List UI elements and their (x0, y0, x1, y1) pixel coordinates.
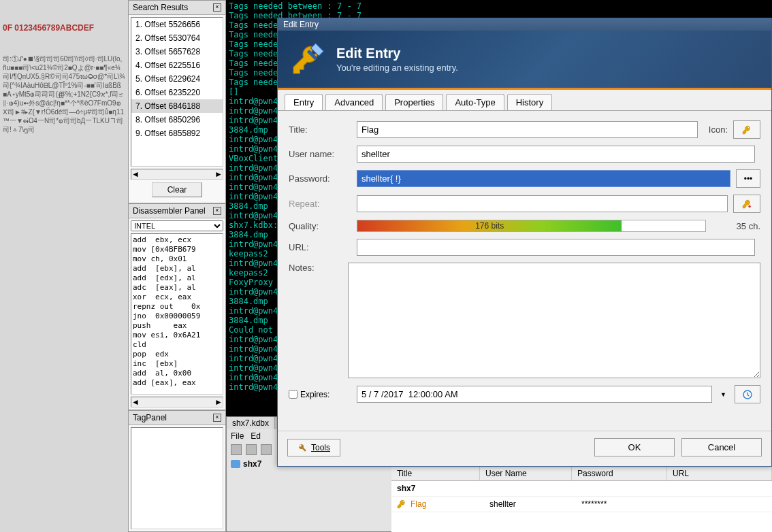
tab-autotype[interactable]: Auto-Type (446, 94, 504, 110)
tools-button[interactable]: Tools (287, 439, 340, 456)
table-group-row[interactable]: shx7 (391, 481, 772, 497)
expires-input[interactable] (357, 386, 712, 403)
label-repeat: Repeat: (289, 199, 357, 209)
toolbar-icon[interactable] (261, 444, 272, 455)
clear-button[interactable]: Clear (152, 182, 203, 197)
col-title[interactable]: Title (391, 467, 480, 480)
search-results-list[interactable]: 1. Offset 55266562. Offset 55307643. Off… (131, 17, 223, 167)
entry-form: Title: Icon: User name: Password: shellt… (278, 111, 771, 431)
toolbar-icon[interactable] (231, 444, 242, 455)
tag-panel-close-icon[interactable]: × (213, 414, 221, 422)
search-result-item[interactable]: 7. Offset 6846188 (131, 99, 223, 113)
hex-header: 0F 0123456789ABCDEF (3, 23, 125, 33)
edit-entry-dialog: Edit Entry Edit Entry You're editing an … (277, 18, 772, 467)
dialog-footer: Tools OK Cancel (278, 431, 771, 466)
tag-panel: TagPanel × (128, 410, 226, 532)
quality-bar: 176 bits (357, 220, 706, 232)
key-pencil-icon (289, 40, 327, 78)
entry-table-header: Title User Name Password URL (391, 467, 772, 481)
url-input[interactable] (357, 239, 755, 256)
quality-bits: 176 bits (475, 221, 504, 231)
label-url: URL: (289, 242, 357, 252)
entry-title: Flag (411, 499, 489, 509)
repeat-input[interactable] (357, 195, 728, 212)
label-quality: Quality: (289, 221, 357, 231)
disasm-scrollbar[interactable]: ◄► (131, 397, 223, 408)
tab-entry[interactable]: Entry (285, 94, 323, 110)
icon-button[interactable] (733, 120, 760, 139)
username-input[interactable] (357, 146, 755, 163)
disassembler-panel: Disassembler Panel × INTEL add ebx, ecx … (128, 203, 226, 410)
table-row[interactable]: Flag shellter ******** (391, 497, 772, 512)
disassembler-mode-select[interactable]: INTEL (131, 220, 223, 231)
group-name: shx7 (243, 459, 261, 469)
notes-textarea[interactable] (348, 263, 760, 378)
side-panels: Search Results × 1. Offset 55266562. Off… (128, 0, 226, 532)
search-result-item[interactable]: 2. Offset 5530764 (131, 31, 223, 45)
search-result-item[interactable]: 9. Offset 6855892 (131, 127, 223, 140)
search-result-item[interactable]: 3. Offset 5657628 (131, 45, 223, 59)
search-result-item[interactable]: 8. Offset 6850296 (131, 113, 223, 127)
entry-username: shellter (489, 499, 581, 509)
dialog-tabs: Entry Advanced Properties Auto-Type Hist… (278, 90, 771, 111)
disassembler-title: Disassembler Panel (133, 206, 206, 216)
tab-advanced[interactable]: Advanced (325, 94, 383, 110)
col-password[interactable]: Password (572, 467, 667, 480)
show-password-button[interactable]: ••• (736, 169, 760, 188)
cancel-button[interactable]: Cancel (681, 438, 762, 456)
quality-chars: 35 ch. (713, 221, 760, 231)
expires-preset-button[interactable] (735, 385, 760, 403)
search-results-title: Search Results (133, 3, 188, 12)
label-icon: Icon: (709, 124, 728, 135)
hex-viewer: 0F 0123456789ABCDEF 司:①ᔑ●⏹\§司司司60司\\司◊司·… (0, 0, 128, 532)
col-username[interactable]: User Name (480, 467, 572, 480)
entry-password: ******** (581, 499, 677, 509)
tab-properties[interactable]: Properties (385, 94, 443, 110)
col-url[interactable]: URL (667, 467, 772, 480)
label-username: User name: (289, 149, 357, 159)
label-title: Title: (289, 124, 357, 135)
search-results-close-icon[interactable]: × (213, 3, 221, 12)
banner-title: Edit Entry (336, 46, 458, 61)
menu-file[interactable]: File (231, 431, 244, 441)
label-password: Password: (289, 173, 357, 184)
search-result-item[interactable]: 6. Offset 6235220 (131, 86, 223, 99)
hex-noise: 司:①ᔑ●⏹\§司司司60司\\司◊司·司LU(lo,ñu■■■司\<u21¾©… (3, 54, 125, 134)
key-icon (397, 499, 406, 509)
search-result-item[interactable]: 5. Offset 6229624 (131, 72, 223, 86)
label-notes: Notes: (289, 263, 348, 273)
svg-point-0 (748, 205, 751, 207)
ok-button[interactable]: OK (594, 438, 675, 456)
search-result-item[interactable]: 4. Offset 6225516 (131, 59, 223, 72)
dropdown-icon[interactable]: ▼ (718, 391, 729, 398)
dialog-banner: Edit Entry You're editing an existing en… (278, 31, 771, 90)
tab-history[interactable]: History (507, 94, 552, 110)
toolbar-icon[interactable] (246, 444, 257, 455)
search-results-panel: Search Results × 1. Offset 55266562. Off… (128, 0, 226, 203)
disassembler-close-icon[interactable]: × (213, 207, 221, 215)
keepass-tab[interactable]: shx7.kdbx (227, 417, 275, 429)
horizontal-scrollbar[interactable]: ◄► (131, 169, 223, 180)
title-input[interactable] (357, 121, 698, 138)
dialog-titlebar[interactable]: Edit Entry (278, 18, 771, 31)
expires-checkbox[interactable] (289, 390, 297, 399)
search-result-item[interactable]: 1. Offset 5526656 (131, 18, 223, 31)
folder-icon (231, 460, 240, 468)
tag-panel-body (131, 427, 223, 529)
menu-edit[interactable]: Ed (251, 431, 261, 441)
entry-table: Title User Name Password URL shx7 Flag s… (391, 466, 772, 532)
label-expires: Expires: (300, 390, 329, 399)
generate-password-button[interactable] (733, 195, 760, 213)
banner-subtitle: You're editing an existing entry. (336, 63, 458, 73)
password-input[interactable]: shellter{ !} (357, 170, 730, 187)
disassembler-code: add ebx, ecx mov [0x4BFB679 mov ch, 0x01… (131, 233, 223, 395)
tag-panel-title: TagPanel (133, 413, 167, 422)
